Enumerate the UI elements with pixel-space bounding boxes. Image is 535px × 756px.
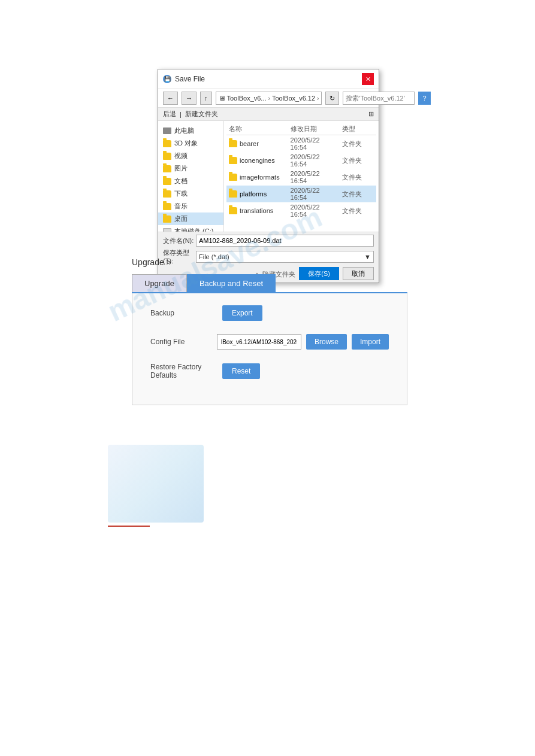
browse-button[interactable]: Browse bbox=[306, 334, 347, 350]
breadcrumb-bar: 🖥 ToolBox_v6... › ToolBox_v6.12 › bbox=[216, 92, 322, 105]
dialog-file-list: 名称 修改日期 类型 bearer 2020/5/22 16:54 文件夹 ic… bbox=[224, 121, 379, 232]
dialog-title-left: 💾 Save File bbox=[163, 75, 205, 83]
sidebar-item-computer[interactable]: 此电脑 bbox=[158, 125, 223, 137]
breadcrumb-separator1: › bbox=[268, 95, 270, 102]
config-file-label: Config File bbox=[150, 338, 217, 346]
import-button[interactable]: Import bbox=[352, 334, 389, 350]
sidebar-item-music[interactable]: 音乐 bbox=[158, 200, 223, 212]
file-row-bearer[interactable]: bearer 2020/5/22 16:54 文件夹 bbox=[226, 135, 376, 152]
dialog-toolbar: ← → ↑ 🖥 ToolBox_v6... › ToolBox_v6.12 › … bbox=[158, 89, 379, 108]
backup-row: Backup Export bbox=[150, 305, 389, 321]
export-button[interactable]: Export bbox=[222, 305, 262, 321]
back-arrow-icon: ← bbox=[167, 95, 174, 102]
sidebar-label-video: 视频 bbox=[174, 151, 188, 160]
sidebar-item-video[interactable]: 视频 bbox=[158, 150, 223, 162]
file-type-bearer: 文件夹 bbox=[340, 139, 376, 148]
file-row-platforms[interactable]: platforms 2020/5/22 16:54 文件夹 bbox=[226, 186, 376, 202]
back-button[interactable]: ← bbox=[163, 92, 178, 105]
tab-backup-reset[interactable]: Backup and Reset bbox=[187, 274, 276, 292]
backup-controls: Export bbox=[222, 305, 389, 321]
config-file-controls: Browse Import bbox=[217, 334, 389, 350]
file-row-iconengines[interactable]: iconengines 2020/5/22 16:54 文件夹 bbox=[226, 152, 376, 169]
file-date-platforms: 2020/5/22 16:54 bbox=[288, 187, 340, 201]
col-name-header: 名称 bbox=[226, 125, 288, 133]
folder-icon-imageformats bbox=[229, 174, 237, 181]
config-file-input[interactable] bbox=[217, 334, 301, 350]
folder-icon-downloads bbox=[163, 190, 171, 198]
new-folder-label[interactable]: 新建文件夹 bbox=[185, 110, 218, 119]
restore-label: Restore Factory Defaults bbox=[150, 363, 222, 379]
folder-icon-translations bbox=[229, 207, 237, 214]
sidebar-item-desktop[interactable]: 桌面 bbox=[158, 212, 223, 225]
file-type-translations: 文件夹 bbox=[340, 207, 376, 215]
filename-label: 文件名(N): bbox=[163, 236, 196, 245]
file-name-platforms: platforms bbox=[226, 190, 288, 198]
sidebar-item-documents[interactable]: 文档 bbox=[158, 175, 223, 187]
breadcrumb-separator2: › bbox=[317, 95, 319, 102]
col-type-header: 类型 bbox=[340, 125, 376, 133]
save-file-dialog[interactable]: 💾 Save File ✕ ← → ↑ 🖥 ToolBox_v6... › To… bbox=[158, 69, 379, 283]
folder-icon-documents bbox=[163, 178, 171, 185]
search-input[interactable] bbox=[343, 92, 415, 105]
sidebar-item-downloads[interactable]: 下载 bbox=[158, 187, 223, 200]
restore-controls: Reset bbox=[222, 363, 389, 379]
file-type-imageformats: 文件夹 bbox=[340, 173, 376, 182]
upgrade-heading: Upgrade > bbox=[132, 257, 407, 267]
file-row-translations[interactable]: translations 2020/5/22 16:54 文件夹 bbox=[226, 202, 376, 219]
filename-row: 文件名(N): bbox=[163, 235, 374, 247]
sidebar-label-desktop: 桌面 bbox=[174, 214, 188, 223]
actions-separator: | bbox=[180, 111, 182, 118]
folder-icon-video bbox=[163, 153, 171, 160]
dialog-close-button[interactable]: ✕ bbox=[362, 73, 374, 85]
help-button[interactable]: ? bbox=[418, 92, 430, 105]
folder-icon-3d bbox=[163, 140, 171, 147]
sidebar-item-disk-c[interactable]: 本地磁盘 (C:) bbox=[158, 225, 223, 232]
dialog-body: 此电脑 3D 对象 视频 图片 文档 下载 bbox=[158, 121, 379, 232]
breadcrumb-part1: ToolBox_v6... bbox=[227, 95, 267, 102]
filename-input[interactable] bbox=[196, 235, 374, 247]
col-date-header: 修改日期 bbox=[288, 125, 340, 133]
folder-icon-bearer bbox=[229, 140, 237, 147]
dialog-title-text: Save File bbox=[175, 75, 205, 83]
dialog-actions-bar: 后退 | 新建文件夹 ⊞ bbox=[158, 108, 379, 121]
sidebar-label-music: 音乐 bbox=[174, 202, 188, 211]
refresh-button[interactable]: ↻ bbox=[325, 92, 339, 105]
file-row-imageformats[interactable]: imageformats 2020/5/22 16:54 文件夹 bbox=[226, 169, 376, 186]
sidebar-item-3d[interactable]: 3D 对象 bbox=[158, 137, 223, 150]
sidebar-item-pictures[interactable]: 图片 bbox=[158, 162, 223, 175]
sidebar-label-pictures: 图片 bbox=[174, 164, 188, 173]
file-name-bearer: bearer bbox=[226, 140, 288, 147]
tab-content-backup-reset: Backup Export Config File Browse Import … bbox=[132, 293, 407, 405]
tab-upgrade[interactable]: Upgrade bbox=[132, 274, 187, 292]
refresh-icon: ↻ bbox=[330, 95, 335, 102]
folder-icon-pictures bbox=[163, 165, 171, 172]
view-options-icon[interactable]: ⊞ bbox=[368, 110, 374, 118]
file-date-iconengines: 2020/5/22 16:54 bbox=[288, 153, 340, 168]
reset-button[interactable]: Reset bbox=[222, 363, 260, 379]
folder-icon-desktop bbox=[163, 215, 171, 223]
save-file-icon: 💾 bbox=[163, 75, 171, 83]
sidebar-label-computer: 此电脑 bbox=[174, 126, 194, 135]
sidebar-label-downloads: 下载 bbox=[174, 189, 188, 198]
decorative-line bbox=[108, 526, 150, 527]
back-nav-label[interactable]: 后退 bbox=[163, 110, 176, 119]
folder-icon-music bbox=[163, 203, 171, 210]
folder-icon-platforms bbox=[229, 190, 237, 198]
backup-label: Backup bbox=[150, 309, 222, 317]
up-arrow-icon: ↑ bbox=[204, 95, 208, 102]
up-button[interactable]: ↑ bbox=[200, 92, 212, 105]
forward-arrow-icon: → bbox=[186, 95, 192, 102]
sidebar-label-documents: 文档 bbox=[174, 177, 188, 186]
forward-button[interactable]: → bbox=[182, 92, 197, 105]
file-list-header: 名称 修改日期 类型 bbox=[226, 123, 376, 135]
config-file-row: Config File Browse Import bbox=[150, 334, 389, 350]
file-name-iconengines: iconengines bbox=[226, 157, 288, 164]
folder-icon-iconengines bbox=[229, 157, 237, 164]
decorative-image bbox=[108, 445, 204, 523]
tab-bar: Upgrade Backup and Reset bbox=[132, 274, 407, 293]
file-date-bearer: 2020/5/22 16:54 bbox=[288, 136, 340, 151]
file-name-imageformats: imageformats bbox=[226, 174, 288, 181]
restore-row: Restore Factory Defaults Reset bbox=[150, 363, 389, 379]
dialog-sidebar: 此电脑 3D 对象 视频 图片 文档 下载 bbox=[158, 121, 224, 232]
computer-icon bbox=[163, 127, 171, 134]
